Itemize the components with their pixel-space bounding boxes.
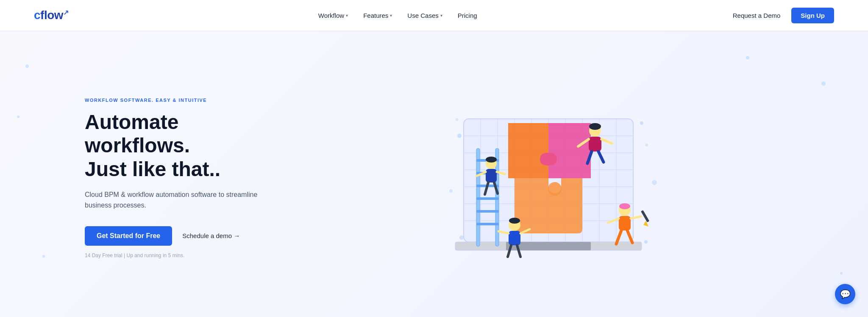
svg-point-58 <box>640 121 643 125</box>
nav-links: Workflow ▾ Features ▾ Use Cases ▾ Pricin… <box>312 8 483 22</box>
svg-rect-25 <box>476 210 499 213</box>
hero-illustration <box>430 81 667 276</box>
svg-rect-36 <box>486 169 497 182</box>
svg-rect-43 <box>509 231 520 245</box>
logo-text: cflow↗ <box>34 8 69 22</box>
nav-features[interactable]: Features ▾ <box>357 8 398 22</box>
svg-point-59 <box>652 180 657 185</box>
svg-point-62 <box>449 189 453 193</box>
svg-rect-26 <box>476 223 499 225</box>
nav-workflow[interactable]: Workflow ▾ <box>312 8 354 22</box>
hero-tag: WORKFLOW SOFTWARE. EASY & INTUITIVE <box>85 98 263 103</box>
navbar: cflow↗ Workflow ▾ Features ▾ Use Cases ▾… <box>0 0 868 31</box>
hero-subtitle: Cloud BPM & workflow automation software… <box>85 189 263 211</box>
nav-pricing[interactable]: Pricing <box>452 8 483 22</box>
dot-decoration <box>17 115 19 118</box>
svg-point-60 <box>644 240 648 244</box>
dot-decoration <box>42 255 45 258</box>
hero-buttons: Get Started for Free Schedule a demo → <box>85 226 263 246</box>
hero-note: 14 Day Free trial | Up and running in 5 … <box>85 252 263 258</box>
hero-title: Automate workflows. Just like that.. <box>85 110 263 181</box>
chevron-down-icon: ▾ <box>390 13 392 18</box>
chat-support-button[interactable]: 💬 <box>835 284 855 304</box>
chevron-down-icon: ▾ <box>346 13 348 18</box>
signup-button[interactable]: Sign Up <box>791 8 834 23</box>
chevron-down-icon: ▾ <box>440 13 442 18</box>
hero-left: WORKFLOW SOFTWARE. EASY & INTUITIVE Auto… <box>85 98 263 258</box>
svg-point-61 <box>459 236 464 240</box>
svg-rect-64 <box>645 143 648 147</box>
nav-use-cases[interactable]: Use Cases ▾ <box>401 8 448 22</box>
svg-rect-24 <box>476 197 499 200</box>
svg-point-42 <box>509 218 520 224</box>
svg-rect-63 <box>455 118 458 121</box>
svg-point-49 <box>619 203 630 209</box>
svg-rect-50 <box>619 216 631 230</box>
schedule-demo-link[interactable]: Schedule a demo → <box>182 232 240 239</box>
nav-right: Request a Demo Sign Up <box>727 8 834 23</box>
hero-right <box>263 72 834 284</box>
svg-point-35 <box>486 157 497 163</box>
svg-point-18 <box>548 182 562 196</box>
dot-decoration <box>840 272 843 275</box>
svg-point-57 <box>457 134 462 138</box>
logo[interactable]: cflow↗ <box>34 8 69 22</box>
hero-section: WORKFLOW SOFTWARE. EASY & INTUITIVE Auto… <box>0 31 868 317</box>
dot-decoration <box>25 65 29 68</box>
dot-decoration <box>746 56 749 59</box>
get-started-button[interactable]: Get Started for Free <box>85 226 172 246</box>
svg-point-28 <box>589 123 601 130</box>
svg-rect-29 <box>589 137 601 151</box>
svg-rect-55 <box>641 210 649 222</box>
request-demo-link[interactable]: Request a Demo <box>727 8 787 22</box>
chat-icon: 💬 <box>840 289 851 299</box>
